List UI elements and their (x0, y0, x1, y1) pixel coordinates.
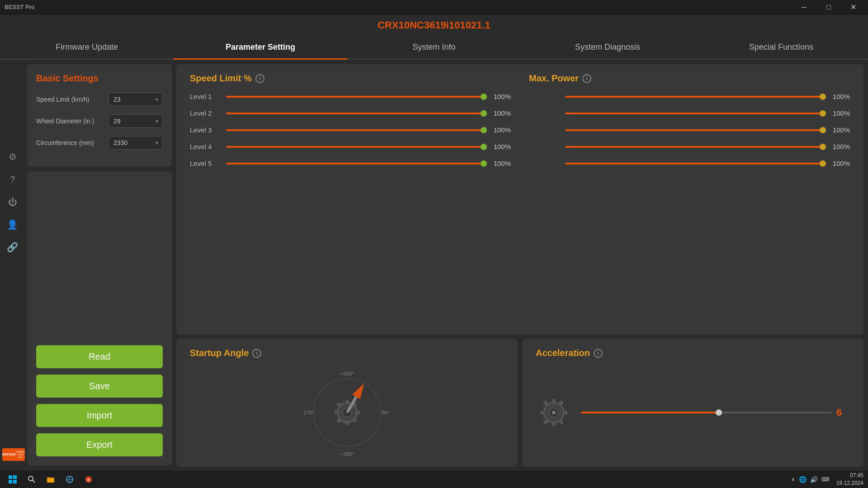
chevron-up-icon[interactable]: ∧ (791, 476, 795, 483)
help-icon[interactable]: ? (6, 173, 19, 186)
dial-container: +360° 90° +180° 270° (190, 367, 504, 458)
main-content: Basic Settings Speed Limit (km/h) 232528… (0, 60, 868, 470)
speed-limit-select[interactable]: 232528 (108, 93, 163, 106)
app-icon: B (85, 475, 93, 483)
speed-level-1-row: Level 1 100% (190, 93, 511, 100)
circumference-row: Circumference (mm) 233022002100 ▼ (36, 136, 163, 150)
speed-level-4-label: Level 4 (190, 143, 222, 150)
nav-special-functions[interactable]: Special Functions (694, 36, 868, 60)
acceleration-title: Acceleration i (536, 348, 850, 358)
svg-rect-5 (355, 411, 360, 414)
startup-angle-info-icon[interactable]: i (252, 349, 261, 358)
user-icon[interactable]: 👤 (6, 218, 19, 231)
minimize-button[interactable]: ─ (794, 0, 815, 14)
max-power-info-icon[interactable]: i (582, 74, 591, 83)
speed-level-3-thumb (481, 127, 487, 133)
power-level-3-thumb (820, 127, 826, 133)
nav-parameter-setting[interactable]: Parameter Setting (174, 36, 347, 60)
folder-icon (47, 475, 55, 483)
speed-level-1-thumb (481, 94, 487, 100)
power-level-2-row: 100% (529, 109, 850, 117)
svg-point-19 (552, 411, 556, 414)
speed-level-5-track[interactable] (226, 163, 484, 164)
speed-level-5-value: 100% (488, 160, 511, 167)
circumference-select[interactable]: 233022002100 (108, 136, 163, 150)
right-panels: Speed Limit % i Level 1 100% Level 2 100… (176, 64, 863, 465)
power-level-1-track[interactable] (565, 96, 823, 98)
settings-icon[interactable]: ⚙ (6, 150, 19, 164)
speed-level-1-value: 100% (488, 93, 511, 100)
browser-button[interactable] (61, 471, 78, 488)
speed-limit-info-icon[interactable]: i (255, 74, 264, 83)
read-button[interactable]: Read (36, 345, 163, 368)
search-icon (28, 475, 36, 483)
power-level-3-track[interactable] (565, 129, 823, 131)
title-bar: BESST Pro ─ □ ✕ (0, 0, 868, 14)
power-level-4-row: 100% (529, 143, 850, 150)
link-icon[interactable]: 🔗 (6, 240, 19, 254)
svg-rect-21 (552, 422, 556, 426)
circumference-label: Circumference (mm) (36, 139, 94, 146)
speed-limit-label: Speed Limit (km/h) (36, 96, 89, 103)
nav-firmware-update[interactable]: Firmware Update (0, 36, 174, 60)
power-level-4-thumb (820, 144, 826, 150)
wheel-diameter-select-wrapper[interactable]: 292627.5 ▼ (108, 114, 163, 128)
speed-level-4-value: 100% (488, 143, 511, 150)
app-button[interactable]: B (80, 471, 97, 488)
svg-text:270°: 270° (303, 410, 314, 415)
svg-text:+180°: +180° (340, 451, 354, 457)
power-level-2-value: 100% (827, 109, 850, 117)
power-level-4-track[interactable] (565, 146, 823, 148)
search-button[interactable] (24, 471, 40, 488)
file-explorer-button[interactable] (42, 471, 59, 488)
power-level-5-row: 100% (529, 160, 850, 167)
speed-level-4-row: Level 4 100% (190, 143, 511, 150)
taskbar-time-display: 07:45 (836, 472, 863, 479)
power-icon[interactable]: ⏻ (6, 195, 19, 209)
speed-level-3-track[interactable] (226, 129, 484, 131)
acceleration-info-icon[interactable]: i (594, 349, 603, 358)
device-id-bar: CRX10NC3619i101021.1 (0, 14, 868, 36)
power-level-1-thumb (820, 94, 826, 100)
speed-level-3-label: Level 3 (190, 126, 222, 134)
speed-level-2-track[interactable] (226, 113, 484, 114)
wheel-diameter-select[interactable]: 292627.5 (108, 114, 163, 128)
startup-angle-dial[interactable]: +360° 90° +180° 270° (302, 367, 392, 458)
svg-text:B: B (87, 478, 90, 482)
power-level-2-thumb (820, 110, 826, 117)
taskbar-datetime: 07:45 19.12.2024 (836, 472, 863, 487)
svg-rect-29 (13, 475, 17, 479)
svg-rect-3 (345, 400, 349, 404)
speed-limit-select-wrapper[interactable]: 232528 ▼ (108, 93, 163, 106)
export-button[interactable]: Export (36, 433, 163, 456)
start-button[interactable] (5, 471, 21, 488)
power-level-5-track[interactable] (565, 163, 823, 164)
wheel-diameter-label: Wheel Diameter (in.) (36, 117, 94, 125)
window-controls: ─ □ ✕ (794, 0, 863, 14)
svg-rect-6 (335, 411, 339, 414)
main-nav: Firmware Update Parameter Setting System… (0, 36, 868, 60)
close-button[interactable]: ✕ (843, 0, 863, 14)
taskbar-right: ∧ 🌐 🔊 ⌨ 07:45 19.12.2024 (791, 472, 863, 487)
speed-level-1-track[interactable] (226, 96, 484, 98)
circumference-select-wrapper[interactable]: 233022002100 ▼ (108, 136, 163, 150)
acceleration-track[interactable] (581, 412, 832, 413)
device-id: CRX10NC3619i101021.1 (377, 19, 491, 31)
taskbar-system-icons: ∧ 🌐 🔊 ⌨ (791, 476, 829, 483)
speed-level-5-row: Level 5 100% (190, 160, 511, 167)
nav-system-info[interactable]: System Info (347, 36, 521, 60)
import-button[interactable]: Import (36, 404, 163, 427)
power-level-3-value: 100% (827, 126, 850, 134)
speed-level-4-track[interactable] (226, 146, 484, 148)
sidebar-icons: ⚙ ? ⏻ 👤 🔗 (0, 60, 25, 254)
left-panel: Basic Settings Speed Limit (km/h) 232528… (27, 64, 172, 465)
save-button[interactable]: Save (36, 375, 163, 398)
svg-rect-4 (345, 421, 349, 425)
speed-limit-row: Speed Limit (km/h) 232528 ▼ (36, 93, 163, 106)
power-level-4-value: 100% (827, 143, 850, 150)
nav-system-diagnosis[interactable]: System Diagnosis (521, 36, 694, 60)
restore-button[interactable]: □ (818, 0, 839, 14)
actions-card: Read Save Import Export (27, 171, 172, 465)
power-level-2-track[interactable] (565, 113, 823, 114)
volume-icon: 🔊 (810, 476, 818, 483)
